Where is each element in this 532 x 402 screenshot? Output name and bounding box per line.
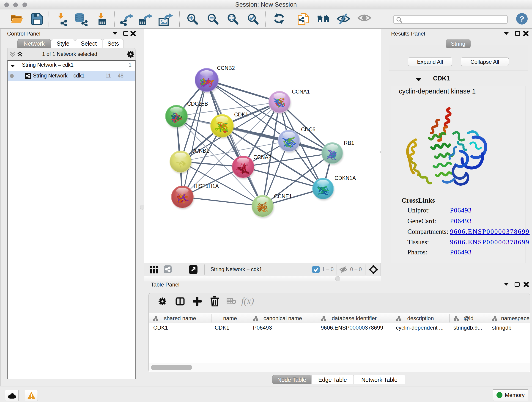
svg-text:CCNA1: CCNA1 bbox=[292, 89, 310, 95]
svg-text:CDKN1A: CDKN1A bbox=[335, 175, 356, 181]
svg-text:CDC6: CDC6 bbox=[301, 127, 316, 133]
svg-text:CDC25B: CDC25B bbox=[187, 101, 208, 107]
svg-text:CDK1: CDK1 bbox=[234, 112, 248, 118]
svg-text:RB1: RB1 bbox=[344, 140, 354, 146]
svg-text:CCNA2: CCNA2 bbox=[253, 154, 271, 160]
svg-text:CCNB2: CCNB2 bbox=[217, 65, 235, 71]
svg-text:HIST1H1A: HIST1H1A bbox=[194, 183, 219, 189]
svg-text:?: ? bbox=[520, 14, 525, 23]
svg-text:CCNB1: CCNB1 bbox=[191, 148, 209, 154]
svg-text:CCNE1: CCNE1 bbox=[274, 193, 292, 199]
